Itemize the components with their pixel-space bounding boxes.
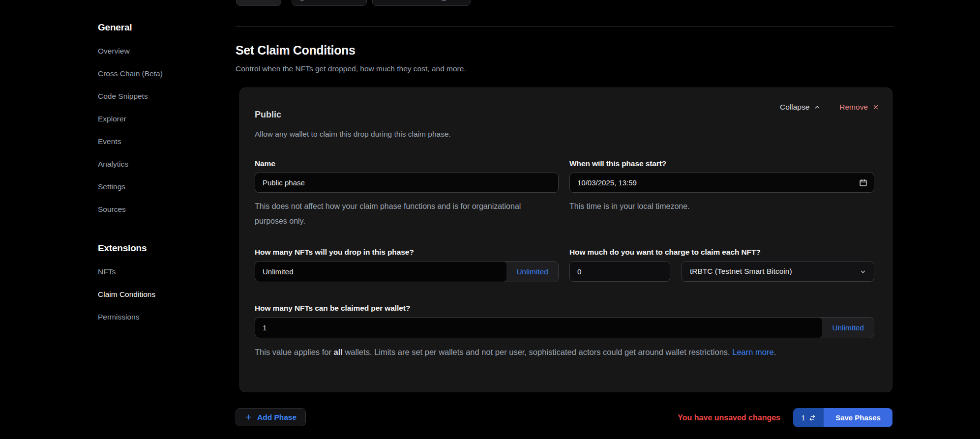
sidebar-item-claim-conditions[interactable]: Claim Conditions xyxy=(98,283,216,306)
page-subtitle: Control when the NFTs get dropped, how m… xyxy=(236,64,466,73)
copy-icon xyxy=(298,0,304,1)
per-wallet-unlimited-toggle[interactable]: Unlimited xyxy=(822,318,874,338)
save-split-button: 1 Save Phases xyxy=(793,408,892,427)
start-helper: This time is in your local timezone. xyxy=(569,199,874,214)
start-field-group: When will this phase start? This time is… xyxy=(569,159,874,214)
add-phase-button[interactable]: Add Phase xyxy=(236,408,306,426)
learn-more-link[interactable]: Learn more xyxy=(732,348,773,356)
save-phases-button[interactable]: Save Phases xyxy=(824,408,892,427)
swap-arrows-icon xyxy=(809,414,816,421)
save-bar: You have unsaved changes 1 Save Phases xyxy=(678,408,892,427)
main-content: 0xeDee...TT86e9 Rootstock Blockscout Set… xyxy=(236,0,893,439)
sidebar-item-cross-chain[interactable]: Cross Chain (Beta) xyxy=(98,62,216,85)
name-field-group: Name This does not affect how your claim… xyxy=(255,159,559,229)
section-divider xyxy=(236,26,893,27)
start-datetime-input[interactable] xyxy=(569,173,874,193)
phase-title: Public xyxy=(255,110,281,120)
start-label: When will this phase start? xyxy=(569,159,874,168)
sidebar-item-events[interactable]: Events xyxy=(98,130,216,153)
phase-card-actions: Collapse Remove xyxy=(780,102,879,113)
chevron-up-icon xyxy=(814,104,821,111)
claim-conditions-page: General Overview Cross Chain (Beta) Code… xyxy=(0,0,980,439)
pending-changes-button[interactable]: 1 xyxy=(793,408,824,427)
note-text: . xyxy=(774,348,776,356)
page-title: Set Claim Conditions xyxy=(236,43,355,58)
per-wallet-note: This value applies for all wallets. Limi… xyxy=(255,345,825,359)
sidebar-item-overview[interactable]: Overview xyxy=(98,40,216,62)
sidebar-item-permissions[interactable]: Permissions xyxy=(98,306,216,328)
phase-description: Allow any wallet to claim this drop duri… xyxy=(255,130,451,139)
add-phase-label: Add Phase xyxy=(257,413,297,422)
price-amount-input[interactable] xyxy=(569,261,670,282)
sidebar-item-settings[interactable]: Settings xyxy=(98,176,216,198)
supply-unlimited-toggle[interactable]: Unlimited xyxy=(506,262,558,282)
sidebar-item-explorer[interactable]: Explorer xyxy=(98,108,216,130)
supply-input[interactable] xyxy=(255,262,506,282)
sidebar-item-analytics[interactable]: Analytics xyxy=(98,153,216,176)
note-bold: all xyxy=(334,348,343,356)
claim-phase-card: Public Allow any wallet to claim this dr… xyxy=(239,88,892,392)
external-link-icon xyxy=(441,0,447,1)
sidebar-item-nfts[interactable]: NFTs xyxy=(98,261,216,283)
per-wallet-label: How many NFTs can be claimed per wallet? xyxy=(255,304,874,313)
price-field-group: How much do you want to charge to claim … xyxy=(569,248,874,282)
remove-label: Remove xyxy=(839,103,868,112)
note-text: wallets. Limits are set per wallets and … xyxy=(343,348,732,356)
currency-select[interactable]: tRBTC (Testnet Smart Bitcoin) xyxy=(682,261,874,282)
pending-changes-count: 1 xyxy=(801,414,805,422)
sidebar: General Overview Cross Chain (Beta) Code… xyxy=(98,22,216,328)
contract-address-chip[interactable]: 0xeDee...TT86e9 xyxy=(292,0,367,6)
block-explorer-label: Rootstock Blockscout xyxy=(379,0,438,1)
unsaved-changes-text: You have unsaved changes xyxy=(678,413,780,422)
name-helper: This does not affect how your claim phas… xyxy=(255,199,535,229)
plus-icon xyxy=(245,413,252,421)
currency-selected-value: tRBTC (Testnet Smart Bitcoin) xyxy=(690,267,792,276)
note-text: This value applies for xyxy=(255,348,334,356)
chevron-down-icon xyxy=(860,268,866,275)
price-label: How much do you want to charge to claim … xyxy=(569,248,874,257)
collapse-button[interactable]: Collapse xyxy=(780,103,821,112)
name-label: Name xyxy=(255,159,559,168)
sidebar-section-general: General xyxy=(98,22,216,33)
per-wallet-input[interactable] xyxy=(255,318,822,338)
supply-label: How many NFTs will you drop in this phas… xyxy=(255,248,559,257)
sidebar-item-code-snippets[interactable]: Code Snippets xyxy=(98,85,216,108)
contract-address: 0xeDee...TT86e9 xyxy=(308,0,356,1)
collapse-label: Collapse xyxy=(780,103,809,112)
sidebar-section-extensions: Extensions xyxy=(98,242,216,254)
block-explorer-chip[interactable]: Rootstock Blockscout xyxy=(372,0,471,6)
supply-field-group: How many NFTs will you drop in this phas… xyxy=(255,248,559,282)
sidebar-item-sources[interactable]: Sources xyxy=(98,198,216,221)
phase-name-input[interactable] xyxy=(255,173,559,193)
remove-button[interactable]: Remove xyxy=(839,103,879,112)
per-wallet-field-group: How many NFTs can be claimed per wallet?… xyxy=(255,304,874,359)
close-icon xyxy=(872,104,879,111)
toolbar-button[interactable] xyxy=(236,0,281,6)
